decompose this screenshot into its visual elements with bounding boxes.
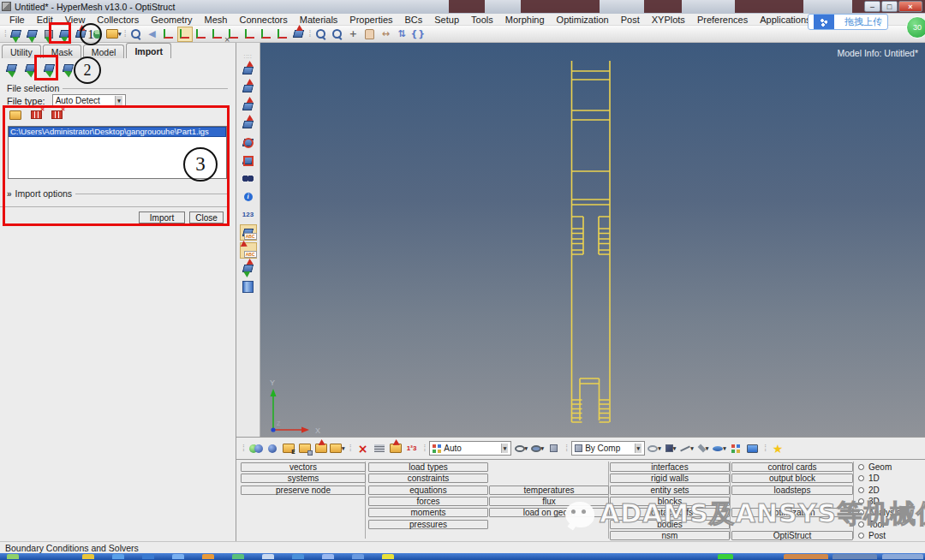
view-right-icon[interactable] [210, 27, 225, 42]
panel-button[interactable]: optimization [731, 508, 853, 517]
zoom-area-icon[interactable] [128, 27, 144, 42]
menu-item[interactable]: Collectors [91, 15, 145, 25]
menu-item[interactable]: Connectors [233, 15, 293, 25]
numbers-123-icon[interactable]: 123 [240, 206, 257, 223]
fit-view-icon[interactable]: + [345, 27, 361, 42]
menu-item[interactable]: File [3, 15, 31, 25]
taskbar-item[interactable] [382, 554, 394, 559]
mask-plate-icon[interactable] [240, 63, 257, 79]
page-radio[interactable]: 3D [858, 497, 880, 506]
radio-icon[interactable] [858, 487, 864, 493]
abc-arrow-icon[interactable]: ABC [240, 242, 257, 259]
radio-icon[interactable] [858, 498, 864, 504]
panel-button[interactable]: blocks [610, 497, 730, 506]
taskbar-item[interactable] [172, 554, 184, 559]
taskbar-item[interactable] [112, 554, 124, 559]
taskbar-item[interactable] [784, 554, 828, 559]
taskbar-item[interactable] [232, 554, 244, 559]
radio-icon[interactable] [858, 464, 864, 470]
menu-item[interactable]: Geometry [145, 15, 198, 25]
wireframe-geom-icon[interactable]: ▾ [513, 441, 528, 456]
menu-item[interactable]: Morphing [499, 15, 551, 25]
delete-entity-icon[interactable]: × [355, 441, 371, 456]
page-radio[interactable]: Geom [858, 462, 892, 472]
taskbar-item[interactable] [82, 554, 94, 559]
shade-mode-combobox[interactable]: Auto ▾ [429, 441, 511, 456]
taskbar-item[interactable] [292, 554, 304, 559]
info-icon[interactable]: i [240, 188, 257, 205]
element-2d-icon[interactable]: ▾ [695, 441, 711, 456]
find-binoculars-icon[interactable] [240, 170, 257, 187]
taskbar-item[interactable] [832, 554, 877, 559]
folder-solid-icon[interactable] [297, 441, 313, 456]
panel-button[interactable]: interfaces [610, 462, 730, 472]
previous-view-icon[interactable]: ◀ [145, 27, 160, 42]
panel-button[interactable]: temperatures [489, 486, 609, 495]
spherical-clip-icon[interactable] [240, 134, 257, 151]
panel-button[interactable]: systems [241, 474, 366, 483]
panel-button[interactable]: load types [368, 462, 488, 472]
view-iso-rev-icon[interactable] [275, 27, 290, 42]
create-entity-icon[interactable] [248, 441, 264, 456]
page-radio[interactable]: Analysis [858, 508, 900, 517]
organize-layers-icon[interactable] [372, 441, 387, 456]
entity-sphere-icon[interactable] [265, 441, 280, 456]
color-mode-combobox[interactable]: By Comp ▾ [571, 441, 645, 456]
circle-zoom-icon[interactable] [329, 27, 344, 42]
chevron-down-icon[interactable]: ▾ [635, 444, 642, 453]
unmask-adjacent-icon[interactable] [240, 80, 257, 97]
view-iso-icon[interactable] [259, 27, 274, 42]
panel-button[interactable]: output block [731, 474, 853, 483]
menu-item[interactable]: Materials [294, 15, 344, 25]
corner-badge[interactable]: 30 [906, 16, 925, 39]
taskbar-item[interactable] [718, 554, 733, 559]
folder-import-icon[interactable] [313, 441, 329, 456]
folder-assign-icon[interactable]: ▾ [330, 441, 345, 456]
panel-button[interactable]: forces [368, 497, 488, 506]
view-left-icon[interactable] [194, 27, 209, 42]
panel-button[interactable]: moments [368, 508, 488, 517]
shaded-geom-icon[interactable]: ▾ [529, 441, 545, 456]
panel-button[interactable]: equations [368, 486, 488, 495]
panel-button[interactable]: nsm [610, 531, 730, 540]
reverse-mask-icon[interactable] [240, 98, 257, 115]
note-scroll-icon[interactable] [240, 278, 257, 295]
page-radio[interactable]: 2D [858, 486, 880, 495]
taskbar-item[interactable] [202, 554, 214, 559]
panel-button[interactable]: pressures [368, 520, 488, 529]
zoom-out-icon[interactable] [313, 27, 328, 42]
panel-button[interactable]: OptiStruct [731, 531, 853, 540]
menu-item[interactable]: XYPlots [646, 15, 691, 25]
close-button[interactable]: × [898, 1, 922, 12]
taskbar-item[interactable] [7, 554, 19, 559]
menu-item[interactable]: Setup [428, 15, 465, 25]
menu-item[interactable]: Preferences [691, 15, 754, 25]
panel-button[interactable]: contactsurfs [610, 508, 730, 517]
panel-button[interactable]: preserve node [241, 486, 366, 495]
pan-view-icon[interactable] [361, 27, 377, 42]
translate-ud-icon[interactable]: ⇅ [394, 27, 409, 42]
taskbar-item[interactable] [352, 554, 364, 559]
shade-abc-plate-icon[interactable]: ABC [240, 224, 257, 241]
view-back-icon[interactable] [177, 27, 193, 42]
renumber-icon[interactable]: 1²3 [404, 441, 420, 456]
taskbar-item[interactable] [322, 554, 334, 559]
page-radio[interactable]: Post [858, 531, 886, 540]
panel-button[interactable]: load on geom [489, 508, 609, 517]
open-recent-icon[interactable]: ▾ [106, 27, 122, 42]
radio-icon[interactable] [858, 533, 864, 539]
wireframe-elements-icon[interactable]: ▾ [647, 441, 662, 456]
panel-button[interactable]: loadsteps [731, 486, 853, 495]
panel-button[interactable]: constraints [368, 474, 488, 483]
import-model-icon[interactable] [25, 27, 40, 42]
panel-button[interactable]: flux [489, 497, 609, 506]
radio-icon[interactable] [858, 509, 864, 515]
card-edit-icon[interactable] [388, 441, 403, 456]
chevron-down-icon[interactable]: ▾ [501, 444, 509, 453]
panel-button[interactable]: rigid walls [610, 474, 730, 483]
maximize-button[interactable]: □ [881, 1, 898, 12]
import-solver-deck-icon[interactable] [3, 59, 19, 76]
folder-edit-icon[interactable]: E [281, 441, 296, 456]
element-3d-icon[interactable]: ▾ [712, 441, 727, 456]
panel-button[interactable]: bodies [610, 520, 730, 529]
